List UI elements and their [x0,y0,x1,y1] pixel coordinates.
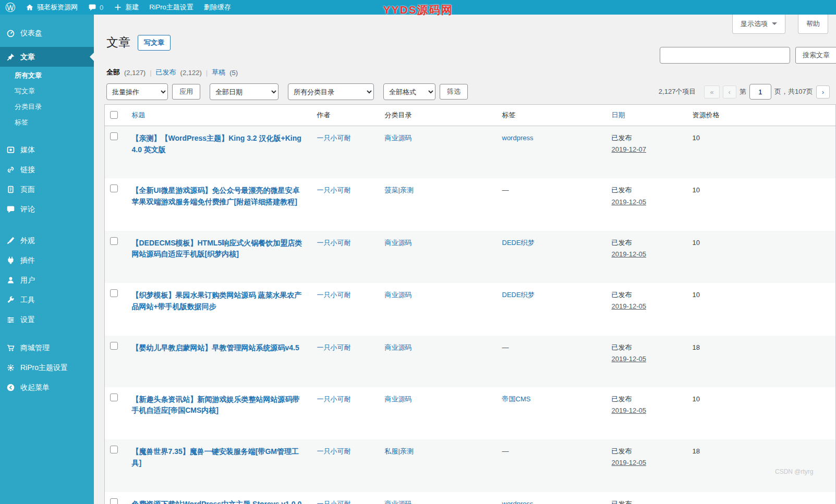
post-date-link[interactable]: 2019-12-05 [612,249,647,260]
row-checkbox[interactable] [110,498,118,504]
category-link[interactable]: 商业源码 [385,291,412,299]
filter-button[interactable]: 筛选 [440,84,468,100]
sidebar-label: 仪表盘 [20,28,42,38]
sidebar-item-plugins[interactable]: 插件 [0,250,94,270]
apply-button[interactable]: 应用 [172,84,200,100]
post-title-link[interactable]: 【全新UI微星游戏源码】免公众号最漂亮的微星安卓苹果双端游戏服务端免付费推广[附… [132,185,307,207]
next-page-button[interactable]: › [816,85,830,99]
sidebar-item-tools[interactable]: 工具 [0,290,94,310]
post-title-link[interactable]: 【婴幼儿早教启蒙网站】早教管理网站系统源码v4.5 [132,342,299,354]
author-link[interactable]: 一只小可耐 [317,447,351,455]
author-link[interactable]: 一只小可耐 [317,395,351,403]
add-new-post-button[interactable]: 写文章 [138,35,171,51]
date-filter-select[interactable]: 全部日期 [210,83,278,100]
category-link[interactable]: 商业源码 [385,134,412,142]
post-title-link[interactable]: 【新趣头条资讯站】新闻游戏娱乐类整站网站源码带手机自适应[帝国CMS内核] [132,394,307,416]
row-checkbox[interactable] [110,342,118,350]
category-link[interactable]: 菠菜|亲测 [385,186,414,194]
post-date-link[interactable]: 2019-12-07 [612,144,647,155]
search-posts-button[interactable]: 搜索文章 [795,47,836,64]
screen-options-label: 显示选项 [741,19,768,29]
site-name-link[interactable]: 骚老板资源网 [26,3,78,12]
new-content-button[interactable]: 新建 [114,3,139,12]
sidebar-label: 媒体 [20,144,35,155]
author-link[interactable]: 一只小可耐 [317,500,351,504]
sidebar-label: 外观 [20,235,35,245]
filter-all-link[interactable]: 全部 [106,68,120,77]
sidebar-label: 设置 [20,314,35,325]
page-prefix: 第 [740,87,746,96]
filter-draft-link[interactable]: 草稿 [212,68,225,77]
sidebar-item-ripro-settings[interactable]: RiPro主题设置 [0,358,94,377]
bulk-actions-select[interactable]: 批量操作 [106,83,168,100]
post-row: 【魔兽世界7.35】魔兽一键安装服务端[带GM管理工具] 一只小可耐 私服|亲测… [105,439,836,491]
header-date[interactable]: 日期 [607,105,687,126]
format-filter-select[interactable]: 全部格式 [383,83,435,100]
sidebar-item-categories[interactable]: 分类目录 [0,99,94,115]
screen-options-button[interactable]: 显示选项 [732,15,785,34]
category-link[interactable]: 商业源码 [385,500,412,504]
tag-link[interactable]: DEDE织梦 [502,291,535,299]
sidebar-item-posts[interactable]: 文章 [0,47,94,67]
row-checkbox[interactable] [110,185,118,192]
post-date-link[interactable]: 2019-12-05 [612,458,647,468]
category-filter-select[interactable]: 所有分类目录 [288,83,374,100]
help-button[interactable]: 帮助 [798,15,828,34]
row-checkbox[interactable] [110,237,118,245]
tag-link[interactable]: wordpress [502,134,534,142]
ripro-settings-link[interactable]: RiPro主题设置 [149,3,193,12]
sidebar-item-media[interactable]: 媒体 [0,140,94,159]
wordpress-logo-icon[interactable]: Ⓦ [5,3,15,13]
sidebar-item-dashboard[interactable]: 仪表盘 [0,23,94,43]
post-title-link[interactable]: 免费资源下载站WordPress中文主题 Storeys v1.0.0 [132,499,302,504]
row-checkbox[interactable] [110,289,118,297]
sidebar-item-pages[interactable]: 页面 [0,179,94,199]
tag-link[interactable]: DEDE织梦 [502,239,535,247]
sidebar-item-collapse-menu[interactable]: 收起菜单 [0,377,94,397]
watermark-top: YYDS源码网 [383,3,453,17]
sidebar-item-shop[interactable]: 商城管理 [0,338,94,358]
category-link[interactable]: 商业源码 [385,239,412,247]
filter-published-link[interactable]: 已发布 [156,68,176,77]
sidebar-item-tags[interactable]: 标签 [0,115,94,130]
sidebar-item-add-post[interactable]: 写文章 [0,83,94,99]
sidebar-item-settings[interactable]: 设置 [0,310,94,329]
category-link[interactable]: 商业源码 [385,343,412,351]
post-title-link[interactable]: 【魔兽世界7.35】魔兽一键安装服务端[带GM管理工具] [132,446,307,469]
post-title-link[interactable]: 【织梦模板】果园水果订购类网站源码 蔬菜水果农产品网站+带手机版数据同步 [132,290,307,312]
author-link[interactable]: 一只小可耐 [317,186,351,194]
first-page-button[interactable]: « [704,85,719,99]
post-title-link[interactable]: 【DEDECMS模板】HTML5响应式火锅餐饮加盟店类网站源码自适应手机版[织梦… [132,238,307,260]
search-input[interactable] [660,47,790,64]
post-row: 【全新UI微星游戏源码】免公众号最漂亮的微星安卓苹果双端游戏服务端免付费推广[附… [105,178,836,230]
post-date-link[interactable]: 2019-12-05 [612,197,647,207]
select-all-checkbox[interactable] [110,111,118,119]
category-link[interactable]: 商业源码 [385,395,412,403]
author-link[interactable]: 一只小可耐 [317,134,351,142]
sidebar-item-links[interactable]: 链接 [0,159,94,179]
post-status: 已发布 [612,134,632,142]
tag-link[interactable]: wordpress [502,500,534,504]
post-title-link[interactable]: 【亲测】【WordPress主题】King 3.2 汉化版+King 4.0 英… [132,133,307,155]
header-title[interactable]: 标题 [127,105,312,126]
author-link[interactable]: 一只小可耐 [317,239,351,247]
category-link[interactable]: 私服|亲测 [385,447,414,455]
row-checkbox[interactable] [110,394,118,401]
prev-page-button[interactable]: ‹ [723,85,736,99]
author-link[interactable]: 一只小可耐 [317,343,351,351]
sidebar-item-comments[interactable]: 评论 [0,199,94,219]
post-status: 已发布 [612,291,632,299]
post-date-link[interactable]: 2019-12-05 [612,301,647,312]
current-page-input[interactable] [749,84,771,100]
sidebar-item-users[interactable]: 用户 [0,270,94,290]
post-date-link[interactable]: 2019-12-05 [612,354,647,364]
row-checkbox[interactable] [110,446,118,453]
comments-bubble[interactable]: 0 [88,3,103,11]
tag-link[interactable]: 帝国CMS [502,395,531,403]
sidebar-item-appearance[interactable]: 外观 [0,230,94,250]
post-date-link[interactable]: 2019-12-05 [612,405,647,416]
sidebar-item-all-posts[interactable]: 所有文章 [0,68,94,83]
author-link[interactable]: 一只小可耐 [317,291,351,299]
row-checkbox[interactable] [110,132,118,140]
clear-cache-link[interactable]: 删除缓存 [204,3,231,12]
